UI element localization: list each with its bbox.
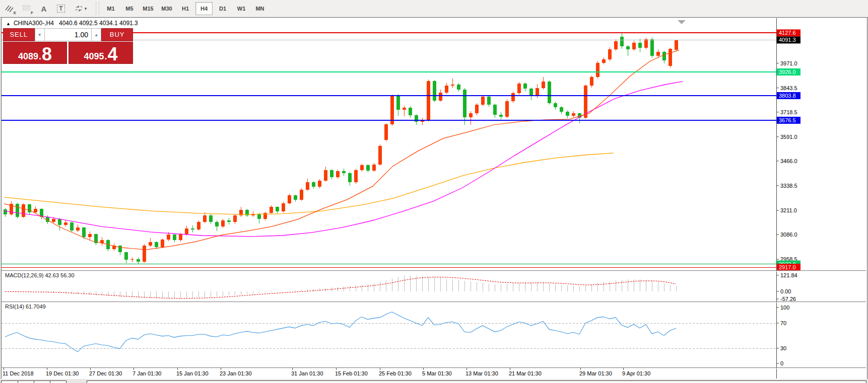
tf-button-w1[interactable]: W1: [233, 2, 250, 15]
indicators-icon-letter: E: [14, 11, 16, 15]
rsi-indicator-label: RSI(14) 61.7049: [5, 303, 46, 310]
text-icon[interactable]: T: [53, 2, 69, 15]
bottom-panel-edge[interactable]: [87, 380, 866, 383]
buy-price-big-digit: 4: [108, 47, 118, 62]
tf-button-m30[interactable]: M30: [158, 2, 175, 15]
label-icon[interactable]: A: [36, 2, 51, 15]
tf-button-h4[interactable]: H4: [195, 2, 213, 15]
buy-price-dot: .: [105, 51, 107, 62]
chart-title: ▲CHINA300-,H44040.6 4092.5 4034.1 4091.3: [6, 20, 138, 27]
tf-button-m1[interactable]: M1: [102, 2, 119, 15]
tab-divider: [50, 381, 50, 383]
tf-button-m5[interactable]: M5: [121, 2, 138, 15]
symbols-cycle-icon[interactable]: ▾: [71, 2, 91, 15]
one-click-trading-panel: SELL ▼ ▲ BUY 4089.8 4095.4: [3, 28, 133, 64]
indicators-icon[interactable]: E: [2, 2, 17, 15]
collapse-triangle-icon[interactable]: ▲: [6, 21, 11, 26]
toolbar: E F A T ▾ M1M5M15M30H1H4D1W1MN: [0, 0, 868, 18]
bottom-tab-group[interactable]: [1, 380, 66, 383]
tf-button-d1[interactable]: D1: [214, 2, 231, 15]
trade-panel-prices: 4089.8 4095.4: [3, 42, 133, 64]
sell-button[interactable]: SELL: [3, 28, 35, 41]
grid-icon-letter: F: [31, 11, 33, 15]
buy-price-box[interactable]: 4095.4: [69, 42, 133, 64]
chart-window[interactable]: [1, 17, 867, 380]
sell-price-dot: .: [39, 51, 41, 62]
chart-symbol-period: CHINA300-,H4: [14, 20, 54, 27]
sell-price-main: 4089: [18, 51, 38, 62]
mt4-application: E F A T ▾ M1M5M15M30H1H4D1W1MN: [0, 0, 868, 383]
volume-increase-button[interactable]: ▲: [91, 28, 101, 41]
buy-button[interactable]: BUY: [101, 28, 133, 41]
toolbar-separator: [96, 2, 99, 15]
macd-indicator-label: MACD(12,26,9) 42.63 56.30: [5, 272, 75, 278]
grid-icon[interactable]: F: [19, 2, 34, 15]
timeframe-button-group: M1M5M15M30H1H4D1W1MN: [102, 0, 270, 17]
symbols-cycle-icon-glyph: [75, 5, 84, 13]
bottom-window-strip: [0, 379, 868, 383]
text-icon-letter: T: [57, 5, 64, 13]
volume-decrease-button[interactable]: ▼: [35, 28, 45, 41]
dropdown-caret-icon[interactable]: ▾: [85, 6, 87, 11]
label-icon-letter: A: [41, 5, 47, 13]
sell-price-box[interactable]: 4089.8: [3, 42, 67, 64]
tf-button-mn[interactable]: MN: [251, 2, 269, 15]
trade-panel-controls: SELL ▼ ▲ BUY: [3, 28, 133, 41]
grid-icon-glyph: [22, 5, 31, 13]
tab-divider: [18, 381, 18, 383]
volume-input[interactable]: [45, 28, 91, 41]
sell-price-big-digit: 8: [42, 47, 52, 62]
buy-price-main: 4095: [84, 51, 104, 62]
tf-button-h1[interactable]: H1: [177, 2, 194, 15]
tf-button-m15[interactable]: M15: [140, 2, 157, 15]
chart-ohlc-values: 4040.6 4092.5 4034.1 4091.3: [59, 20, 138, 27]
tab-divider: [34, 381, 34, 383]
